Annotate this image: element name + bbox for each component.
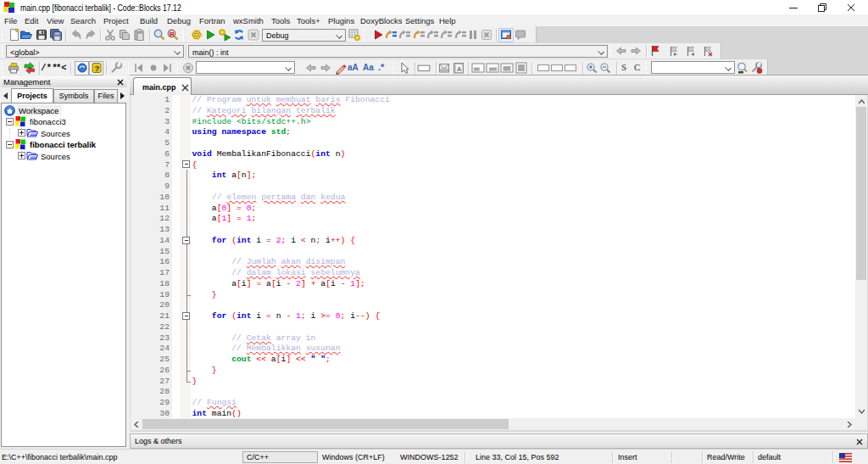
svg-text:A: A [457,65,462,73]
svg-text:?: ? [94,64,99,73]
